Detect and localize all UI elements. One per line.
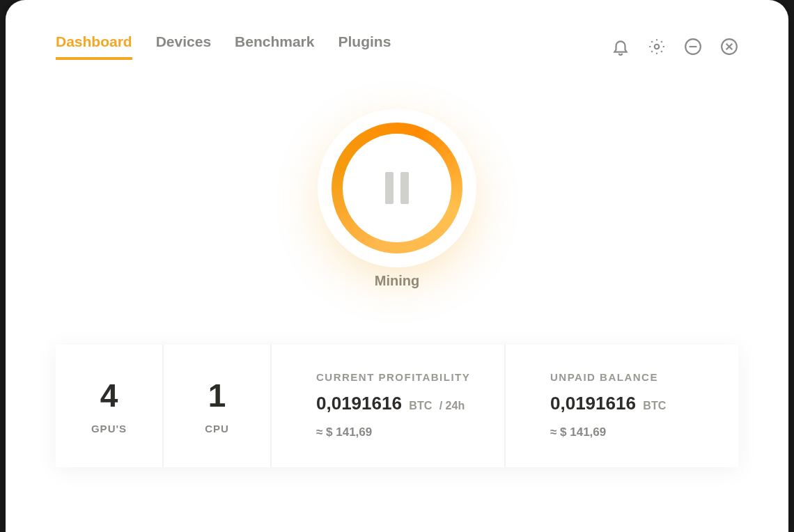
cpu-card: 1 CPU [164, 345, 272, 467]
profitability-title: CURRENT PROFITABILITY [316, 371, 485, 383]
gpu-label: GPU'S [91, 423, 127, 435]
balance-amount: 0,0191616 BTC [550, 393, 719, 414]
profitability-approx: ≈ $ 141,69 [316, 425, 485, 439]
gpu-count: 4 [100, 377, 118, 414]
header-icons [612, 38, 738, 56]
balance-title: UNPAID BALANCE [550, 371, 719, 383]
balance-value: 0,0191616 [550, 393, 636, 414]
cpu-label: CPU [205, 423, 229, 435]
profitability-amount: 0,0191616 BTC / 24h [316, 393, 485, 414]
cpu-count: 1 [208, 377, 226, 414]
nav-tabs: Dashboard Devices Benchmark Plugins [56, 33, 391, 60]
balance-card: UNPAID BALANCE 0,0191616 BTC ≈ $ 141,69 [506, 345, 738, 467]
header: Dashboard Devices Benchmark Plugins [6, 0, 788, 60]
profitability-per: / 24h [439, 400, 465, 412]
bell-icon[interactable] [612, 38, 630, 56]
tab-plugins[interactable]: Plugins [338, 33, 391, 60]
tab-benchmark[interactable]: Benchmark [235, 33, 314, 60]
tab-dashboard[interactable]: Dashboard [56, 33, 132, 60]
app-window: Dashboard Devices Benchmark Plugins Mini… [6, 0, 788, 532]
balance-approx: ≈ $ 141,69 [550, 425, 719, 439]
stats-cards: 4 GPU'S 1 CPU CURRENT PROFITABILITY 0,01… [56, 345, 738, 467]
balance-unit: BTC [643, 400, 666, 412]
minimize-icon[interactable] [684, 38, 702, 56]
profitability-card: CURRENT PROFITABILITY 0,0191616 BTC / 24… [272, 345, 506, 467]
gpu-card: 4 GPU'S [56, 345, 164, 467]
svg-point-0 [655, 45, 660, 49]
pause-icon [385, 172, 409, 204]
tab-devices[interactable]: Devices [156, 33, 211, 60]
profitability-unit: BTC [409, 400, 432, 412]
mining-section: Mining [6, 123, 788, 289]
mining-toggle-button[interactable] [332, 123, 462, 253]
gear-icon[interactable] [648, 38, 666, 56]
profitability-value: 0,0191616 [316, 393, 402, 414]
mining-status-label: Mining [375, 273, 419, 289]
close-icon[interactable] [720, 38, 738, 56]
